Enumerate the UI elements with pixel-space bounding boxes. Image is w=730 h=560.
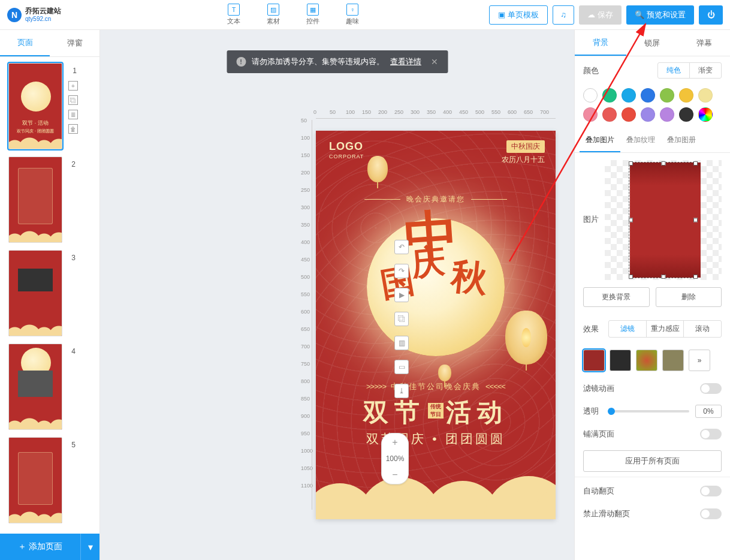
page-thumb-1[interactable]: 双节 · 活动双节同庆 · 团团圆圆 xyxy=(8,63,62,149)
color-swatch[interactable] xyxy=(583,88,598,103)
delete-background-button[interactable]: 删除 xyxy=(656,287,722,307)
zoom-in-button[interactable]: + xyxy=(382,433,408,451)
seg-gradient[interactable]: 渐变 xyxy=(689,63,721,78)
warning-notice: ! 请勿添加诱导分享、集赞等违规内容。 查看详情 ✕ xyxy=(227,50,448,73)
page-delete-icon[interactable]: 🗑 xyxy=(68,124,78,134)
color-swatch[interactable] xyxy=(641,88,655,103)
overlay-tab-gallery[interactable]: 叠加图册 xyxy=(661,129,702,152)
seg-solid[interactable]: 纯色 xyxy=(658,63,689,78)
page-number: 2 xyxy=(68,160,76,168)
title-2[interactable]: 双节传统节日活动 xyxy=(316,396,556,429)
header-toolbar: T文本 ▨素材 ▦控件 ♀趣味 xyxy=(227,4,359,26)
page-thumb-4[interactable] xyxy=(8,344,62,430)
no-slide-toggle[interactable] xyxy=(700,508,722,519)
no-slide-label: 禁止滑动翻页 xyxy=(583,508,630,519)
single-template-button[interactable]: ▣单页模板 xyxy=(489,5,548,25)
overlay-tab-texture[interactable]: 叠加纹理 xyxy=(620,129,661,152)
notice-link[interactable]: 查看详情 xyxy=(390,56,421,67)
pages-list[interactable]: 双节 · 活动双节同庆 · 团团圆圆 1 + ⿻ ≣ 🗑 2 3 4 xyxy=(0,57,99,534)
clouds-graphic[interactable] xyxy=(316,453,556,519)
page-note-icon[interactable]: ≣ xyxy=(68,110,78,119)
page-thumb-3[interactable] xyxy=(8,250,62,336)
title-3[interactable]: 双节同庆 • 团团圆圆 xyxy=(316,430,556,447)
opacity-value[interactable]: 0% xyxy=(695,405,722,418)
tab-barrage[interactable]: 弹幕 xyxy=(678,30,730,56)
layers-icon[interactable]: ⿻ xyxy=(394,312,409,326)
page-item-1: 双节 · 活动双节同庆 · 团团圆圆 1 + ⿻ ≣ 🗑 xyxy=(8,63,99,149)
filter-more-button[interactable]: » xyxy=(689,350,710,371)
canvas-date[interactable]: 农历八月十五 xyxy=(502,155,545,165)
color-swatch[interactable] xyxy=(660,107,674,122)
image-crop-preview[interactable] xyxy=(605,160,722,280)
color-picker-icon[interactable] xyxy=(698,107,713,122)
tool-widget[interactable]: ▦控件 xyxy=(306,4,319,26)
opacity-slider[interactable] xyxy=(608,410,689,413)
tab-background[interactable]: 背景 xyxy=(575,30,626,56)
save-button[interactable]: ☁保存 xyxy=(579,5,622,25)
color-swatch[interactable] xyxy=(641,107,655,122)
tool-text[interactable]: T文本 xyxy=(227,4,240,26)
download-icon[interactable]: ⤓ xyxy=(394,384,409,398)
filter-preset-1[interactable] xyxy=(583,350,605,371)
color-swatch[interactable] xyxy=(660,88,674,103)
preview-settings-button[interactable]: 🔍预览和设置 xyxy=(626,5,694,25)
play-icon[interactable]: ▶ xyxy=(394,288,409,302)
tab-lockscreen[interactable]: 锁屏 xyxy=(626,30,678,56)
color-swatch[interactable] xyxy=(602,88,617,103)
filter-preset-3[interactable] xyxy=(636,350,657,371)
tool-material[interactable]: ▨素材 xyxy=(267,4,280,26)
effect-tab-filter[interactable]: 滤镜 xyxy=(609,321,646,337)
effect-tab-gravity[interactable]: 重力感应 xyxy=(646,321,684,337)
music-button[interactable]: ♫ xyxy=(553,5,574,25)
filter-anim-toggle[interactable] xyxy=(700,383,722,394)
canvas-logo[interactable]: LOGO xyxy=(329,140,363,153)
color-swatch[interactable] xyxy=(622,88,636,103)
fill-page-label: 铺满页面 xyxy=(583,429,614,439)
invite-text[interactable]: 晚会庆典邀请您 xyxy=(316,194,556,204)
canvas-logo-sub[interactable]: CORPORAT xyxy=(329,153,364,159)
add-page-button[interactable]: ＋添加页面 xyxy=(0,534,80,560)
color-mode-segment: 纯色 渐变 xyxy=(657,62,722,79)
tab-popup[interactable]: 弹窗 xyxy=(50,30,99,56)
canvas-tag[interactable]: 中秋国庆 xyxy=(506,140,545,153)
power-button[interactable]: ⏻ xyxy=(699,5,723,25)
filter-preset-4[interactable] xyxy=(662,350,684,371)
opacity-label: 透明 xyxy=(583,406,602,417)
page-thumb-2[interactable] xyxy=(8,156,62,243)
color-swatch[interactable] xyxy=(679,88,693,103)
color-swatch[interactable] xyxy=(679,107,693,122)
zoom-out-button[interactable]: − xyxy=(382,466,408,484)
lantern-icon[interactable] xyxy=(505,311,547,365)
subtitle-1[interactable]: 中秋佳节公司晚会庆典 xyxy=(316,381,556,392)
apply-all-button[interactable]: 应用于所有页面 xyxy=(583,450,722,472)
redo-icon[interactable]: ↷ xyxy=(394,264,409,278)
lantern-icon[interactable] xyxy=(438,365,451,381)
logo-area: N 乔拓云建站 qty592.cn xyxy=(7,7,97,22)
color-swatch[interactable] xyxy=(602,107,617,122)
design-canvas[interactable]: LOGO CORPORAT 中秋国庆 农历八月十五 晚会庆典邀请您 国 庆 中 … xyxy=(316,131,556,519)
lantern-icon[interactable] xyxy=(367,156,388,182)
ruler-vertical: 5010015020025030035040045050055060065070… xyxy=(303,120,313,510)
effect-tab-scroll[interactable]: 滚动 xyxy=(683,321,721,337)
color-swatch[interactable] xyxy=(583,107,598,122)
auto-flip-toggle[interactable] xyxy=(700,486,722,496)
grid-icon: ▦ xyxy=(307,4,319,16)
page-thumb-5[interactable] xyxy=(8,437,62,523)
template-icon: ▣ xyxy=(498,10,505,19)
filter-preset-2[interactable] xyxy=(610,350,631,371)
color-swatch[interactable] xyxy=(622,107,636,122)
overlay-tab-image[interactable]: 叠加图片 xyxy=(580,129,620,152)
add-page-dropdown[interactable]: ▾ xyxy=(80,534,99,560)
tab-pages[interactable]: 页面 xyxy=(0,30,50,56)
tool-fun[interactable]: ♀趣味 xyxy=(346,4,359,26)
fill-page-toggle[interactable] xyxy=(700,429,722,439)
page-item-4: 4 xyxy=(8,344,99,430)
grid-icon[interactable]: ▥ xyxy=(394,336,409,350)
change-background-button[interactable]: 更换背景 xyxy=(583,287,650,307)
page-add-icon[interactable]: + xyxy=(68,81,78,91)
undo-icon[interactable]: ↶ xyxy=(394,240,409,254)
color-swatch[interactable] xyxy=(698,88,713,103)
close-icon[interactable]: ✕ xyxy=(431,57,438,67)
page-copy-icon[interactable]: ⿻ xyxy=(68,95,78,105)
device-icon[interactable]: ▭ xyxy=(394,360,409,374)
